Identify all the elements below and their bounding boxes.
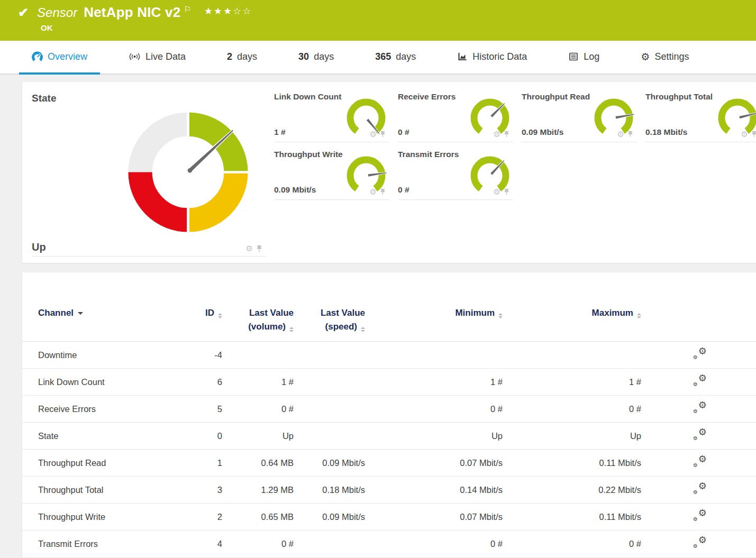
gauge-card-link-down-count: Link Down Count 1 # ⚙ xyxy=(274,89,389,142)
channel-settings-button[interactable]: ⚙⚙ xyxy=(693,428,707,441)
cell-minimum: 0.07 Mbit/s xyxy=(365,512,503,522)
gear-icon: ⚙ xyxy=(693,436,698,441)
gauge-card-throughput-write: Throughput Write 0.09 Mbit/s ⚙ xyxy=(274,147,389,200)
gauge-settings-gear-icon[interactable]: ⚙ xyxy=(246,244,253,252)
tab-strip: Overview Live Data 2 days 30 days 365 da… xyxy=(0,41,756,75)
gauge-settings-gear-icon[interactable]: ⚙ xyxy=(494,188,500,196)
pin-icon[interactable] xyxy=(379,188,386,195)
pin-icon[interactable] xyxy=(627,131,634,138)
gear-icon: ⚙ xyxy=(693,463,698,468)
table-row: Downtime -4 ⚙⚙ xyxy=(22,342,756,369)
channel-settings-button[interactable]: ⚙⚙ xyxy=(693,347,707,360)
cell-id: 4 xyxy=(202,539,222,549)
channel-settings-button[interactable]: ⚙⚙ xyxy=(693,509,707,522)
column-header-last-value-speed[interactable]: Last Value (speed) xyxy=(294,306,365,334)
divider xyxy=(398,142,513,142)
gear-icon: ⚙ xyxy=(698,535,707,545)
pin-icon[interactable] xyxy=(379,131,386,138)
cell-maximum: 1 # xyxy=(503,377,641,387)
sort-arrows-icon xyxy=(637,313,641,318)
state-gauge-dial xyxy=(123,107,253,237)
status-check-icon: ✔ xyxy=(18,6,29,19)
cell-last-value-volume: 0.65 MB xyxy=(222,512,294,522)
pin-icon[interactable] xyxy=(751,131,756,138)
gear-icon: ⚙ xyxy=(698,481,707,491)
gauge-settings-gear-icon[interactable]: ⚙ xyxy=(370,130,377,138)
gear-icon: ⚙ xyxy=(693,382,698,387)
gauge-value: 1 # xyxy=(274,127,286,137)
cell-maximum: 0.22 Mbit/s xyxy=(503,485,641,495)
pin-icon[interactable] xyxy=(503,131,510,138)
cell-maximum: 0.11 Mbit/s xyxy=(503,512,641,522)
divider xyxy=(274,199,389,200)
column-header-minimum[interactable]: Minimum xyxy=(365,306,503,320)
column-header-channel[interactable]: Channel xyxy=(38,306,202,320)
gear-icon: ⚙ xyxy=(693,355,698,360)
cell-channel: Throughput Write xyxy=(38,512,202,522)
divider xyxy=(274,142,389,142)
cell-id: 6 xyxy=(202,377,222,387)
sort-caret-icon xyxy=(78,312,83,315)
tab-label-number: 30 xyxy=(298,51,309,62)
tab-label: days xyxy=(314,51,334,62)
tab-label: Settings xyxy=(654,51,689,62)
column-header-last-value-volume[interactable]: Last Value (volume) xyxy=(222,306,294,334)
divider xyxy=(398,199,513,200)
gauge-settings-gear-icon[interactable]: ⚙ xyxy=(741,130,748,138)
sensor-overview-page: ✔ Sensor NetApp NIC v2 ⚐ ★★★☆☆ OK Overvi… xyxy=(0,0,756,558)
channel-settings-button[interactable]: ⚙⚙ xyxy=(693,536,707,549)
gauge-settings-gear-icon[interactable]: ⚙ xyxy=(494,130,500,138)
table-row: Transmit Errors 4 0 # 0 # 0 # ⚙⚙ xyxy=(22,530,756,557)
tab-label: days xyxy=(237,51,257,62)
cell-id: 5 xyxy=(202,404,222,414)
sort-arrows-icon xyxy=(498,313,503,318)
tab-2-days[interactable]: 2 days xyxy=(214,41,270,75)
divider xyxy=(522,142,637,142)
channel-settings-button[interactable]: ⚙⚙ xyxy=(693,455,707,468)
gauge-settings-gear-icon[interactable]: ⚙ xyxy=(617,130,624,138)
flag-icon[interactable]: ⚐ xyxy=(184,4,191,14)
cell-id: 3 xyxy=(202,485,222,495)
table-row: Throughput Read 1 0.64 MB 0.09 Mbit/s 0.… xyxy=(22,450,756,477)
gauge-title: Link Down Count xyxy=(274,92,341,102)
cell-channel: Downtime xyxy=(38,350,202,360)
gauge-title: State xyxy=(32,93,56,104)
gear-icon: ⚙ xyxy=(698,508,707,518)
tab-settings[interactable]: ⚙ Settings xyxy=(628,41,702,75)
tab-30-days[interactable]: 30 days xyxy=(286,41,347,75)
tab-historic-data[interactable]: Historic Data xyxy=(444,41,540,75)
cell-last-value-speed: 0.09 Mbit/s xyxy=(294,512,365,522)
tab-log[interactable]: Log xyxy=(555,41,612,75)
pin-icon[interactable] xyxy=(256,245,263,252)
gauge-actions: ⚙ xyxy=(494,188,510,196)
cell-maximum: Up xyxy=(503,431,641,441)
cell-channel: Receive Errors xyxy=(38,404,202,414)
table-row: Receive Errors 5 0 # 0 # 0 # ⚙⚙ xyxy=(22,396,756,423)
gauge-actions: ⚙ xyxy=(370,130,386,138)
tab-overview[interactable]: Overview xyxy=(19,41,100,75)
gauge-actions: ⚙ xyxy=(370,188,386,196)
tab-live-data[interactable]: Live Data xyxy=(116,41,198,75)
gear-icon: ⚙ xyxy=(693,490,698,495)
priority-stars[interactable]: ★★★☆☆ xyxy=(204,5,252,17)
gauge-title: Throughput Total xyxy=(645,92,713,102)
channel-settings-button[interactable]: ⚙⚙ xyxy=(693,401,707,414)
gauge-card-transmit-errors: Transmit Errors 0 # ⚙ xyxy=(398,147,513,200)
pin-icon[interactable] xyxy=(503,188,510,195)
tab-365-days[interactable]: 365 days xyxy=(362,41,429,75)
channel-settings-button[interactable]: ⚙⚙ xyxy=(693,374,707,387)
gauge-title: Transmit Errors xyxy=(398,150,459,159)
gauge-title: Receive Errors xyxy=(398,92,456,102)
gauge-actions: ⚙ xyxy=(741,130,756,138)
gauge-settings-gear-icon[interactable]: ⚙ xyxy=(370,188,377,196)
sensor-title: NetApp NIC v2 xyxy=(84,4,180,21)
column-header-maximum[interactable]: Maximum xyxy=(503,306,641,320)
channel-settings-button[interactable]: ⚙⚙ xyxy=(693,482,707,495)
cell-maximum: 0 # xyxy=(503,539,641,549)
cell-last-value-volume: 0 # xyxy=(222,539,294,549)
gauge-actions: ⚙ xyxy=(246,244,263,252)
column-header-id[interactable]: ID xyxy=(202,306,222,320)
tab-label-number: 365 xyxy=(375,51,391,62)
divider xyxy=(32,256,266,257)
gear-icon: ⚙ xyxy=(698,427,707,437)
